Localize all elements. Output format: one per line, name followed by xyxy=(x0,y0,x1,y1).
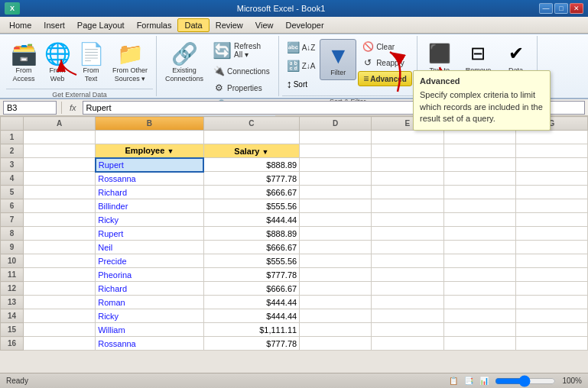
cell-g7[interactable] xyxy=(515,213,587,227)
cell-d15[interactable] xyxy=(300,323,372,337)
menu-developer[interactable]: Developer xyxy=(279,19,330,31)
cell-e1[interactable] xyxy=(372,131,443,144)
row-header-5[interactable]: 5 xyxy=(1,186,24,199)
cell-a14[interactable] xyxy=(24,309,96,323)
cell-f6[interactable] xyxy=(443,199,515,213)
cell-a6[interactable] xyxy=(24,199,96,213)
cell-g13[interactable] xyxy=(515,296,587,309)
cell-f16[interactable] xyxy=(443,337,515,351)
cell-c8[interactable]: $888.89 xyxy=(203,227,300,241)
cell-f11[interactable] xyxy=(443,268,515,282)
cell-b8[interactable]: Rupert xyxy=(96,227,203,241)
cell-f3[interactable] xyxy=(443,158,515,172)
menu-view[interactable]: View xyxy=(249,19,280,31)
cell-c3[interactable]: $888.89 xyxy=(203,158,300,172)
cell-c15[interactable]: $1,111.11 xyxy=(203,323,300,337)
cell-g6[interactable] xyxy=(515,199,587,213)
row-header-12[interactable]: 12 xyxy=(1,282,24,296)
cell-c1[interactable] xyxy=(203,131,300,144)
cell-a9[interactable] xyxy=(24,241,96,254)
zoom-slider[interactable] xyxy=(495,375,556,387)
sort-za-button[interactable]: 🔡 Z↓A xyxy=(284,57,319,74)
col-header-b[interactable]: B xyxy=(96,117,203,131)
properties-button[interactable]: ⚙ Properties xyxy=(209,80,274,95)
cell-c14[interactable]: $444.44 xyxy=(203,309,300,323)
cell-g12[interactable] xyxy=(515,282,587,296)
cell-a2[interactable] xyxy=(24,144,96,158)
cell-a16[interactable] xyxy=(24,337,96,351)
cell-a1[interactable] xyxy=(24,131,96,144)
cell-b14[interactable]: Ricky xyxy=(96,309,203,323)
cell-e13[interactable] xyxy=(372,296,443,309)
menu-page-layout[interactable]: Page Layout xyxy=(71,19,131,31)
clear-button[interactable]: 🚫 Clear xyxy=(358,39,412,54)
filter-button[interactable]: ▼ Filter xyxy=(320,39,356,80)
menu-insert[interactable]: Insert xyxy=(37,19,71,31)
row-header-6[interactable]: 6 xyxy=(1,199,24,213)
cell-e6[interactable] xyxy=(372,199,443,213)
from-web-button[interactable]: 🌐 FromWeb xyxy=(41,39,73,86)
cell-e16[interactable] xyxy=(372,337,443,351)
cell-d3[interactable] xyxy=(300,158,372,172)
cell-d6[interactable] xyxy=(300,199,372,213)
cell-g11[interactable] xyxy=(515,268,587,282)
cell-b1[interactable] xyxy=(96,131,203,144)
cell-d5[interactable] xyxy=(300,186,372,199)
view-break[interactable]: 📊 xyxy=(479,377,489,385)
cell-c11[interactable]: $777.78 xyxy=(203,268,300,282)
cell-f12[interactable] xyxy=(443,282,515,296)
sort-az-button[interactable]: 🔤 A↓Z xyxy=(284,39,319,56)
row-header-4[interactable]: 4 xyxy=(1,172,24,186)
cell-a15[interactable] xyxy=(24,323,96,337)
cell-d7[interactable] xyxy=(300,213,372,227)
sort-button[interactable]: ↕ Sort xyxy=(284,76,319,92)
cell-e12[interactable] xyxy=(372,282,443,296)
cell-a3[interactable] xyxy=(24,158,96,172)
reapply-button[interactable]: ↺ Reapply xyxy=(358,55,412,70)
from-other-sources-button[interactable]: 📁 From OtherSources ▾ xyxy=(109,39,151,86)
cell-e7[interactable] xyxy=(372,213,443,227)
cell-e8[interactable] xyxy=(372,227,443,241)
cell-d4[interactable] xyxy=(300,172,372,186)
cell-c16[interactable]: $777.78 xyxy=(203,337,300,351)
cell-c12[interactable]: $666.67 xyxy=(203,282,300,296)
cell-g2[interactable] xyxy=(515,144,587,158)
cell-d12[interactable] xyxy=(300,282,372,296)
cell-g15[interactable] xyxy=(515,323,587,337)
cell-g9[interactable] xyxy=(515,241,587,254)
col-header-c[interactable]: C xyxy=(203,117,300,131)
row-header-9[interactable]: 9 xyxy=(1,241,24,254)
row-header-11[interactable]: 11 xyxy=(1,268,24,282)
cell-c4[interactable]: $777.78 xyxy=(203,172,300,186)
cell-b9[interactable]: Neil xyxy=(96,241,203,254)
connections-button[interactable]: 🔌 Connections xyxy=(209,63,274,79)
cell-a8[interactable] xyxy=(24,227,96,241)
existing-connections-button[interactable]: 🔗 ExistingConnections xyxy=(161,39,207,86)
row-header-14[interactable]: 14 xyxy=(1,309,24,323)
row-header-3[interactable]: 3 xyxy=(1,158,24,172)
cell-f13[interactable] xyxy=(443,296,515,309)
name-box[interactable]: B3 xyxy=(3,101,57,115)
cell-f1[interactable] xyxy=(443,131,515,144)
cell-d10[interactable] xyxy=(300,254,372,268)
cell-b12[interactable]: Richard xyxy=(96,282,203,296)
menu-review[interactable]: Review xyxy=(210,19,249,31)
cell-g8[interactable] xyxy=(515,227,587,241)
cell-g3[interactable] xyxy=(515,158,587,172)
cell-b4[interactable]: Rossanna xyxy=(96,172,203,186)
row-header-7[interactable]: 7 xyxy=(1,213,24,227)
cell-d2[interactable] xyxy=(300,144,372,158)
cell-e15[interactable] xyxy=(372,323,443,337)
cell-g4[interactable] xyxy=(515,172,587,186)
cell-a11[interactable] xyxy=(24,268,96,282)
cell-a4[interactable] xyxy=(24,172,96,186)
cell-c6[interactable]: $555.56 xyxy=(203,199,300,213)
menu-formulas[interactable]: Formulas xyxy=(131,19,178,31)
cell-b13[interactable]: Roman xyxy=(96,296,203,309)
cell-e4[interactable] xyxy=(372,172,443,186)
menu-data[interactable]: Data xyxy=(177,18,209,32)
cell-f10[interactable] xyxy=(443,254,515,268)
cell-g1[interactable] xyxy=(515,131,587,144)
cell-e10[interactable] xyxy=(372,254,443,268)
cell-c2[interactable]: Salary ▼ xyxy=(203,144,300,158)
